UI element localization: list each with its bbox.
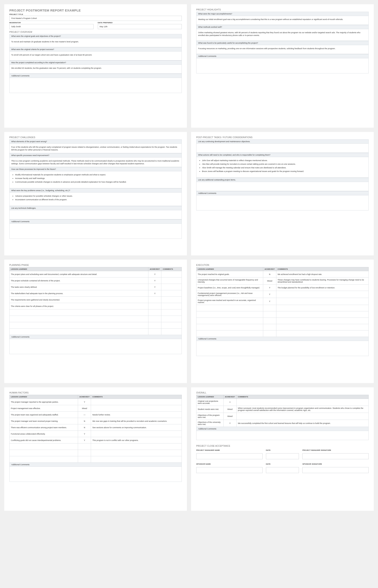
cell-comments[interactable] (161, 303, 182, 309)
input-date[interactable]: May 12th (98, 24, 182, 29)
cell-comments[interactable] (161, 284, 182, 290)
a-challenges-2[interactable]: This is a new program combining academic… (9, 157, 182, 167)
cell-lesson[interactable] (10, 456, 78, 463)
cell-achieved[interactable]: Y (148, 277, 161, 284)
cell-comments[interactable] (276, 291, 368, 298)
a-human-addl[interactable] (9, 466, 182, 482)
cell-lesson[interactable]: The project manager reported to the appr… (10, 399, 78, 405)
cell-achieved[interactable]: N (263, 271, 276, 277)
cell-lesson[interactable]: The requirements were gathered and clear… (10, 297, 148, 303)
cell-lesson[interactable] (10, 322, 148, 329)
a-planning-addl[interactable] (9, 339, 182, 354)
cell-achieved[interactable]: Y (263, 285, 276, 291)
cell-comments[interactable] (91, 450, 182, 456)
cell-lesson[interactable]: The project schedule contained all eleme… (10, 277, 148, 284)
cell-lesson[interactable] (10, 309, 148, 316)
cell-lesson[interactable]: Fundamental project management processes… (196, 291, 263, 298)
cell-lesson[interactable]: The criteria were clear for all phases o… (10, 303, 148, 309)
input-date-1[interactable] (266, 453, 299, 459)
cell-achieved[interactable]: Y (148, 284, 161, 290)
cell-achieved[interactable] (148, 309, 161, 316)
cell-lesson[interactable]: Project progress was tracked and reporte… (196, 298, 263, 305)
cell-achieved[interactable]: Y (78, 437, 91, 444)
cell-achieved[interactable]: N (78, 418, 91, 424)
cell-lesson[interactable] (10, 450, 78, 456)
a-postproject-1[interactable] (196, 143, 369, 153)
cell-lesson[interactable]: The stakeholders had adequate input in t… (10, 290, 148, 297)
cell-comments[interactable]: This program is not in conflict with our… (91, 437, 182, 444)
cell-comments[interactable] (276, 298, 368, 305)
cell-achieved[interactable]: Mixed (78, 405, 91, 412)
cell-comments[interactable]: Needs further review. (91, 412, 182, 418)
cell-lesson[interactable]: The tasks were clearly defined. (10, 284, 148, 290)
cell-achieved[interactable]: — (78, 412, 91, 418)
cell-achieved[interactable]: Mixed (223, 413, 236, 420)
cell-lesson[interactable]: Objectives of the program were met. (196, 413, 224, 420)
cell-achieved[interactable] (78, 450, 91, 456)
a-highlights-2[interactable]: Online marketing showed greatest returns… (196, 29, 369, 41)
cell-achieved[interactable] (148, 329, 161, 335)
a-challenges-4[interactable]: Advance preparation for possible schedul… (9, 192, 182, 206)
cell-comments[interactable] (276, 311, 368, 318)
cell-lesson[interactable] (10, 316, 148, 322)
a-overall-addl[interactable] (196, 431, 369, 440)
a-challenges-addl[interactable] (9, 223, 182, 239)
cell-comments[interactable] (276, 318, 368, 324)
cell-achieved[interactable] (263, 311, 276, 318)
cell-lesson[interactable]: There was efficient communication among … (10, 424, 78, 431)
cell-comments[interactable] (161, 316, 182, 322)
input-moderator[interactable]: Sally Smith (9, 24, 94, 29)
cell-achieved[interactable]: Mixed (223, 406, 236, 413)
cell-lesson[interactable] (10, 329, 148, 335)
cell-comments[interactable] (91, 399, 182, 405)
cell-lesson[interactable] (10, 444, 78, 450)
cell-lesson[interactable]: Conflicting goals did not cause interdep… (10, 437, 78, 444)
a-highlights-1[interactable]: Meeting our initial enrollment goal was … (196, 16, 369, 25)
a-highlights-3[interactable]: Focusing resources on marketing, providi… (196, 45, 369, 54)
cell-lesson[interactable] (196, 324, 263, 330)
cell-comments[interactable] (161, 329, 182, 335)
cell-comments[interactable] (161, 297, 182, 303)
cell-achieved[interactable] (263, 330, 276, 337)
cell-lesson[interactable]: The project reached its original goals. (196, 271, 263, 277)
cell-lesson[interactable]: The project manager and team received pr… (10, 418, 78, 424)
cell-achieved[interactable]: Y (263, 298, 276, 305)
cell-comments[interactable] (91, 405, 182, 412)
cell-comments[interactable] (91, 431, 182, 437)
cell-lesson[interactable]: Project baselines (i.e., time, scope, an… (196, 285, 263, 291)
cell-achieved[interactable] (148, 322, 161, 329)
cell-lesson[interactable]: The project plans and scheduling were we… (10, 271, 148, 277)
a-overview-2[interactable]: To enroll 100 percent of our target coho… (9, 51, 182, 60)
cell-achieved[interactable]: Y (263, 291, 276, 298)
cell-comments[interactable] (161, 322, 182, 329)
cell-comments[interactable]: These changes may have contributed to st… (276, 277, 368, 285)
cell-comments[interactable] (91, 456, 182, 463)
cell-lesson[interactable]: Unexpected changes that occurred were of… (196, 277, 263, 285)
input-sp-name[interactable] (196, 467, 263, 473)
cell-comments[interactable]: We successfully completed the first coho… (236, 420, 368, 427)
cell-achieved[interactable] (263, 305, 276, 311)
cell-comments[interactable]: The budget planned for the possibility o… (276, 285, 368, 291)
a-execution-addl[interactable] (196, 341, 369, 356)
cell-achieved[interactable]: Y (148, 290, 161, 297)
cell-achieved[interactable]: Y (78, 399, 91, 405)
input-sp-sig[interactable] (302, 467, 369, 473)
cell-achieved[interactable]: Y (223, 420, 236, 427)
cell-achieved[interactable]: N (78, 424, 91, 431)
cell-lesson[interactable]: Student needs were met. (196, 406, 224, 413)
a-postproject-3[interactable] (196, 182, 369, 191)
a-highlights-addl[interactable] (196, 58, 369, 73)
cell-achieved[interactable] (148, 316, 161, 322)
cell-lesson[interactable]: Functional areas collaborated effectivel… (10, 431, 78, 437)
cell-lesson[interactable]: Original cost projections were accurate. (196, 399, 224, 406)
cell-lesson[interactable] (196, 305, 263, 311)
cell-achieved[interactable] (78, 444, 91, 450)
input-pm-name[interactable] (196, 453, 263, 459)
cell-comments[interactable] (236, 399, 368, 406)
cell-comments[interactable] (161, 271, 182, 277)
a-postproject-2[interactable]: John Doe will adjust marketing materials… (196, 157, 369, 178)
cell-comments[interactable] (276, 324, 368, 330)
a-overview-1[interactable]: To recruit and maintain 20 graduate stud… (9, 38, 182, 47)
input-project-title[interactable]: First Master's Program Cohort (9, 16, 182, 21)
cell-lesson[interactable] (196, 311, 263, 318)
